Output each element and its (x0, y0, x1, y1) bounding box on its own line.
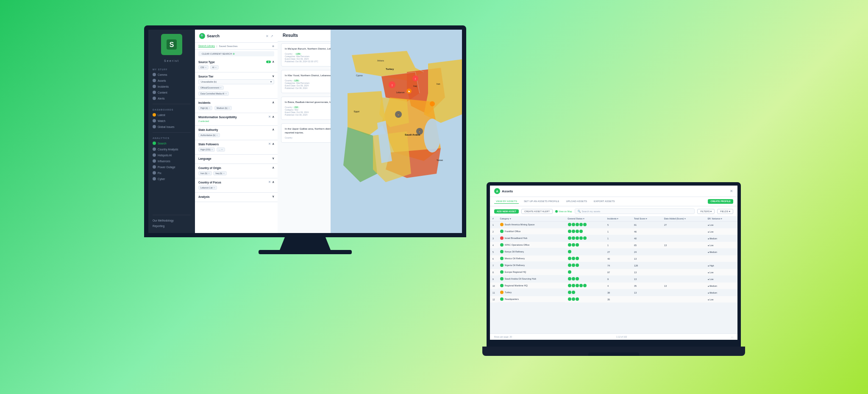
tab-search-library[interactable]: Search Library (198, 44, 215, 47)
sidebar-item-content[interactable]: Content (148, 89, 195, 95)
sidebar-item-country[interactable]: Country Analysis (148, 146, 195, 152)
laptop: A Assets ✕ VIEW BY ASSETS SET UP AN ASSE… (487, 182, 741, 356)
table-row[interactable]: 5 Kenya Oil Refinery 27 24 ● Medium (490, 249, 737, 255)
close-cf-icon[interactable]: ✕ (268, 180, 271, 184)
col-category[interactable]: General Status ▾ (565, 216, 605, 222)
filters-button[interactable]: FILTERS ▾ (697, 209, 715, 214)
source-tier-dropdown[interactable]: Unavailable (b) ▾ (198, 79, 274, 84)
sidebar-item-alerts[interactable]: Alerts (148, 95, 195, 101)
nav-export-assets[interactable]: EXPORT ASSETS (592, 199, 616, 204)
tag-iraq[interactable]: Iraq (b) × (213, 171, 227, 175)
row-name: Headquarters (498, 296, 565, 302)
filter-language: Language ∨ (195, 155, 278, 164)
fields-button[interactable]: FIELDS ▾ (717, 209, 733, 214)
misinformation-header[interactable]: Misinformation Susceptibility ✕ ∧ (198, 115, 274, 119)
incidents-header[interactable]: Incidents ∧ (198, 101, 274, 104)
expand-icon[interactable]: ↗ (270, 34, 273, 38)
nav-setup-profile[interactable]: SET UP AN ASSETS PROFILE (522, 199, 561, 204)
search-assets-input[interactable]: 🔍 Search my assets (575, 208, 695, 214)
source-type-header[interactable]: Source Type 2 ∧ (198, 60, 274, 64)
table-row[interactable]: 1 South America Mining Space 5 61 27 ● L… (490, 222, 737, 228)
sidebar-item-assets[interactable]: Assets (148, 78, 195, 83)
add-search-icon[interactable]: ⊕ (272, 44, 274, 47)
row-date-score: 13 (662, 242, 705, 249)
tag-ai[interactable]: AI × (210, 65, 219, 69)
close-sf-icon[interactable]: ✕ (268, 142, 271, 146)
tag-data-controlled[interactable]: Data-Controlled Media-AI × (198, 92, 229, 96)
watch-icon (153, 119, 156, 122)
tag-high[interactable]: High (b) × (198, 106, 212, 110)
table-row[interactable]: 4 APAC Operations Office 1 65 13 ● Low (490, 242, 737, 249)
analysis-header[interactable]: Analysis ∨ (198, 195, 274, 198)
col-total-score[interactable]: Date Added (Score) ▾ (662, 216, 705, 222)
filter-country-focus: Country of Focus ✕ ∧ Lebanon List × (195, 178, 278, 193)
table-row[interactable]: 6 Mexico Oil Refinery 40 13 (490, 255, 737, 262)
chevron-sf-icon: ∧ (272, 142, 274, 146)
sidebar-item-reporting[interactable]: Reporting (148, 223, 195, 229)
state-authority-header[interactable]: State Authority ∧ (198, 128, 274, 131)
nav-view-assets[interactable]: VIEW BY ASSETS (494, 199, 519, 204)
close-misinfo-icon[interactable]: ✕ (268, 115, 271, 119)
power-icon (153, 165, 156, 169)
table-row[interactable]: 10 Regional Maritime HQ 4 35 13 ● Medium (490, 283, 737, 289)
filter-chevron-icon: ▾ (710, 210, 712, 213)
source-tier-header[interactable]: Source Tier ∨ (198, 75, 274, 78)
filter-state-authority: State Authority ∧ Authoritative (b) × (195, 126, 278, 140)
row-num: 4 (490, 242, 498, 249)
sidebar-item-fix[interactable]: Fix (148, 170, 195, 176)
row-num: 7 (490, 262, 498, 269)
table-row[interactable]: 8 Europe Regional HQ 97 13 ● Low (490, 269, 737, 276)
country-focus-header[interactable]: Country of Focus ✕ ∧ (198, 180, 274, 184)
sidebar-item-incidents[interactable]: Incidents (148, 83, 195, 89)
chevron-cf-icon: ∧ (272, 180, 274, 184)
tag-official[interactable]: Official/Government × (198, 86, 224, 90)
tag-authoritative[interactable]: Authoritative (b) × (198, 133, 220, 137)
row-status (565, 296, 605, 303)
create-profile-button[interactable]: CREATE PROFILE (708, 199, 733, 204)
row-date-score (662, 269, 705, 276)
add-asset-button[interactable]: ADD NEW ASSET (494, 209, 519, 214)
table-row[interactable]: 2 Frankfurt Office 1 46 ● Low (490, 228, 737, 235)
sidebar-item-hotspots[interactable]: Hotspots AI (148, 152, 195, 158)
table-row[interactable]: 12 Headquarters 35 ● Low (490, 296, 737, 303)
tag-high-osi[interactable]: High (OSI) × (198, 147, 215, 152)
tag-iran[interactable]: Iran (b) × (198, 171, 212, 175)
table-row[interactable]: 11 Turkey 38 13 ● Medium (490, 289, 737, 296)
clear-search-button[interactable]: CLEAR CURRENT SEARCH ⊕ (198, 51, 274, 56)
tag-osi[interactable]: OSI × (198, 65, 209, 69)
sidebar-item-comms[interactable]: Comms (148, 72, 195, 78)
table-row[interactable]: 7 Nigeria Oil Refinery 74 128 ● High (490, 262, 737, 269)
col-name[interactable]: Category ▾ (498, 216, 565, 222)
nav-upload-assets[interactable]: UPLOAD ASSETS (564, 199, 589, 204)
col-incidents[interactable]: Total Score ▾ (632, 216, 662, 222)
row-status (565, 276, 605, 283)
country-origin-header[interactable]: Country of Origin ∧ (198, 166, 274, 169)
view-on-map-button[interactable]: View on Map (555, 210, 572, 213)
tag-lebanon-list[interactable]: Lebanon List × (198, 186, 217, 190)
col-date[interactable]: Eff. Variance ▾ (705, 216, 737, 222)
table-row[interactable]: 3 Israel Broadband Hub 1 40 ● Medium (490, 235, 737, 242)
sidebar-item-methodology[interactable]: Our Methodology (148, 218, 195, 223)
pagination-controls[interactable]: ‹ › (731, 336, 733, 338)
alerts-icon (153, 97, 156, 100)
close-icon[interactable]: ✕ (266, 34, 269, 38)
row-date-score (662, 289, 705, 296)
tag-more[interactable]: ... × (217, 147, 225, 152)
table-row[interactable]: 9 Saudi Arabia Oil Sourcing Hub 9 13 ● L… (490, 276, 737, 283)
sidebar-item-search[interactable]: Search (148, 140, 195, 146)
col-status[interactable]: Incidents ▾ (605, 216, 632, 222)
close-assets-icon[interactable]: ✕ (730, 189, 733, 193)
create-alert-button[interactable]: CREATE ASSET ALERT (521, 209, 553, 214)
tag-medium[interactable]: Medium (b) × (214, 106, 232, 110)
sidebar-item-power[interactable]: Power Outage (148, 164, 195, 170)
sidebar-item-cyber[interactable]: Cyber (148, 176, 195, 182)
row-date-score: 27 (662, 222, 705, 228)
language-header[interactable]: Language ∨ (198, 157, 274, 160)
sidebar-item-influences[interactable]: Influences (148, 158, 195, 164)
sidebar-item-global[interactable]: Global Issues (148, 124, 195, 130)
sidebar-item-latest[interactable]: Latest (148, 112, 195, 118)
state-followers-header[interactable]: State Followers ✕ ∧ (198, 142, 274, 146)
tab-saved-searches[interactable]: Saved Searches (219, 45, 238, 47)
sidebar-item-watch[interactable]: Watch (148, 118, 195, 124)
laptop-hinge (487, 343, 741, 347)
